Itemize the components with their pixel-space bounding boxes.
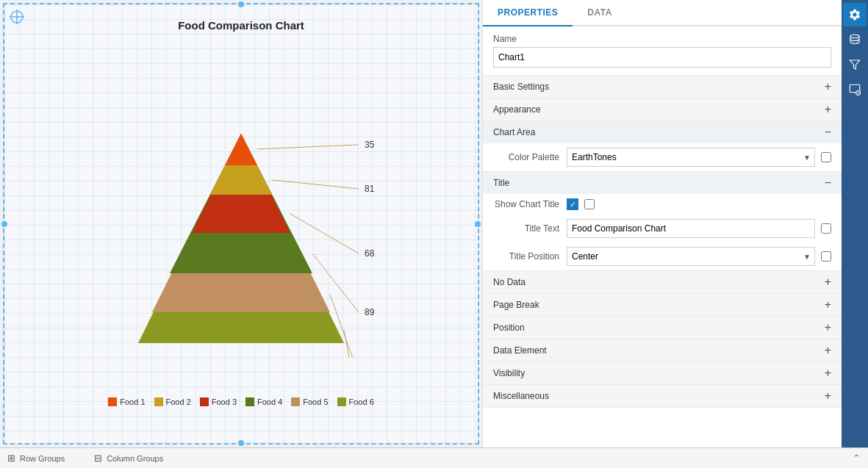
show-chart-title-checkbox[interactable]: [567, 198, 578, 210]
pyramid-area: 35 81 68 89 67 22: [19, 37, 463, 392]
color-palette-select[interactable]: EarthTones Default Pastel GrayScale Paci…: [567, 148, 815, 167]
color-palette-checkbox[interactable]: [821, 152, 831, 162]
legend-label-food4: Food 4: [257, 397, 282, 406]
title-position-select[interactable]: Center Left Right: [567, 247, 815, 266]
chart-area-section: Chart Area − Color Palette EarthTones De…: [483, 121, 842, 172]
name-label: Name: [493, 34, 831, 44]
title-position-label: Title Position: [493, 251, 567, 262]
basic-settings-toggle: +: [825, 81, 831, 93]
icon-sidebar: [842, 0, 868, 447]
svg-marker-8: [225, 134, 257, 165]
visibility-toggle: +: [825, 367, 831, 379]
basic-settings-section: Basic Settings +: [483, 76, 842, 98]
chart-area-header[interactable]: Chart Area −: [483, 121, 842, 143]
bottom-bar: ⊞ Row Groups ⊟ Column Groups ⌃: [0, 447, 868, 468]
title-text-checkbox[interactable]: [821, 223, 831, 234]
filter-button[interactable]: [843, 53, 867, 76]
chart-area-label: Chart Area: [493, 127, 535, 137]
page-break-toggle: +: [825, 299, 831, 311]
chart-legend: Food 1 Food 2 Food 3 Food 4: [108, 397, 374, 406]
title-section: Title − Show Chart Title Title Text: [483, 172, 842, 271]
title-text-input[interactable]: [567, 219, 815, 238]
legend-color-food5: [291, 397, 300, 406]
position-section: Position +: [483, 317, 842, 339]
svg-text:35: 35: [365, 140, 375, 150]
svg-line-10: [272, 180, 359, 189]
legend-label-food3: Food 3: [212, 397, 237, 406]
data-element-toggle: +: [825, 345, 831, 356]
appearance-section: Appearance +: [483, 98, 842, 121]
legend-color-food1: [108, 397, 117, 406]
show-chart-title-row: Show Chart Title: [483, 194, 842, 215]
canvas-area: Food Comparison Chart: [3, 3, 479, 444]
legend-item-food5: Food 5: [291, 397, 328, 406]
chart-container: Food Comparison Chart: [4, 4, 478, 414]
show-chart-title-extra[interactable]: [584, 199, 595, 209]
legend-item-food2: Food 2: [154, 397, 191, 406]
title-position-checkbox[interactable]: [821, 251, 831, 262]
position-toggle: +: [825, 322, 831, 334]
handle-left-middle[interactable]: [1, 221, 7, 227]
color-palette-select-wrapper: EarthTones Default Pastel GrayScale Paci…: [567, 148, 815, 167]
row-groups-icon: ⊞: [7, 453, 15, 464]
tab-properties[interactable]: PROPERTIES: [483, 0, 573, 26]
page-break-section: Page Break +: [483, 294, 842, 317]
legend-color-food2: [154, 397, 163, 406]
panel-content: Name Basic Settings + Appearance +: [483, 26, 842, 447]
column-groups-icon: ⊟: [94, 453, 102, 464]
visibility-label: Visibility: [493, 368, 525, 378]
legend-item-food6: Food 6: [337, 397, 374, 406]
legend-label-food6: Food 6: [349, 397, 374, 406]
legend-color-food6: [337, 397, 346, 406]
no-data-toggle: +: [825, 276, 831, 288]
title-text-row: Title Text: [483, 215, 842, 242]
title-position-checkbox-wrapper: [821, 251, 831, 262]
miscellaneous-label: Miscellaneous: [493, 391, 549, 401]
gear-button[interactable]: [843, 3, 867, 26]
column-groups-item[interactable]: ⊟ Column Groups: [94, 453, 163, 464]
position-header[interactable]: Position +: [483, 317, 842, 339]
name-section: Name: [483, 26, 842, 76]
pyramid-svg-container: 35 81 68 89 67 22: [19, 71, 463, 358]
edit-icon: [848, 83, 861, 96]
visibility-header[interactable]: Visibility +: [483, 362, 842, 384]
handle-bottom-center[interactable]: [238, 440, 244, 446]
basic-settings-header[interactable]: Basic Settings +: [483, 76, 842, 98]
crosshair-icon: [9, 9, 25, 25]
database-button[interactable]: [843, 28, 867, 51]
chart-title: Food Comparison Chart: [178, 19, 304, 32]
page-break-header[interactable]: Page Break +: [483, 294, 842, 316]
svg-text:89: 89: [365, 307, 375, 317]
data-element-label: Data Element: [493, 345, 547, 356]
edit-button[interactable]: [843, 78, 867, 101]
row-groups-item[interactable]: ⊞ Row Groups: [7, 453, 65, 464]
data-element-section: Data Element +: [483, 339, 842, 362]
handle-right-middle[interactable]: [475, 221, 481, 227]
handle-top-center[interactable]: [238, 1, 244, 7]
appearance-toggle: +: [825, 104, 831, 115]
basic-settings-label: Basic Settings: [493, 82, 549, 92]
miscellaneous-header[interactable]: Miscellaneous +: [483, 385, 842, 407]
data-element-header[interactable]: Data Element +: [483, 339, 842, 361]
page-break-label: Page Break: [493, 300, 539, 310]
no-data-header[interactable]: No Data +: [483, 271, 842, 293]
canvas-inner: Food Comparison Chart: [4, 4, 478, 443]
chart-area-toggle: −: [825, 126, 831, 138]
row-groups-label: Row Groups: [20, 454, 65, 463]
database-icon: [848, 33, 861, 46]
legend-color-food3: [200, 397, 209, 406]
legend-label-food2: Food 2: [166, 397, 191, 406]
title-text-checkbox-wrapper: [821, 223, 831, 234]
title-position-row: Title Position Center Left Right ▼: [483, 242, 842, 270]
legend-item-food3: Food 3: [200, 397, 237, 406]
title-position-select-wrapper: Center Left Right ▼: [567, 247, 815, 266]
chevron-up-icon[interactable]: ⌃: [853, 453, 861, 464]
tab-data[interactable]: DATA: [573, 0, 627, 25]
name-input[interactable]: [493, 47, 831, 68]
svg-text:68: 68: [365, 248, 375, 259]
no-data-section: No Data +: [483, 271, 842, 294]
column-groups-label: Column Groups: [107, 454, 163, 463]
appearance-header[interactable]: Appearance +: [483, 98, 842, 120]
title-section-header[interactable]: Title −: [483, 172, 842, 194]
appearance-label: Appearance: [493, 104, 541, 115]
